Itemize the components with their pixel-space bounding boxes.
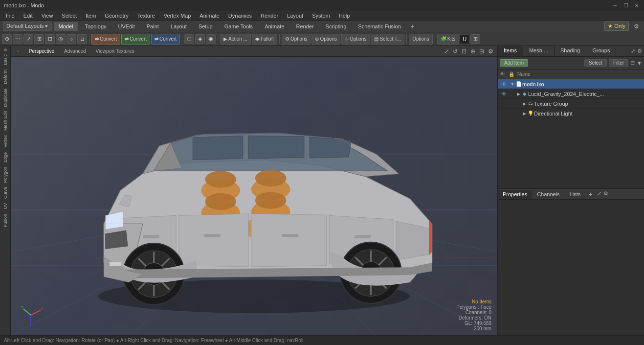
sidebar-item-deform[interactable]: Deform bbox=[2, 68, 9, 86]
options-button-3[interactable]: ⊹ Options bbox=[341, 34, 370, 45]
expand-light[interactable]: ▶ bbox=[521, 111, 527, 116]
sidebar-item-basic[interactable]: Basic bbox=[2, 52, 9, 67]
eye-icon-lucid[interactable]: 👁 bbox=[500, 90, 508, 98]
props-add-button[interactable]: + bbox=[585, 190, 595, 198]
add-layout-button[interactable]: + bbox=[408, 22, 418, 31]
tool-icon-7[interactable]: ○ bbox=[67, 34, 76, 44]
viewport-zoom-out[interactable]: ⊟ bbox=[478, 48, 485, 55]
sidebar-item-uv[interactable]: UV bbox=[2, 201, 9, 211]
maximize-panel-icon[interactable]: ⤢ bbox=[631, 48, 635, 54]
menu-texture[interactable]: Texture bbox=[133, 12, 159, 20]
tool-icon-10[interactable]: ◈ bbox=[195, 34, 205, 44]
grid-button[interactable]: ⊞ bbox=[470, 34, 480, 44]
tab-lists[interactable]: Lists bbox=[565, 190, 586, 199]
tab-shading[interactable]: Shading bbox=[555, 46, 586, 56]
tab-uvedit[interactable]: UVEdit bbox=[113, 22, 140, 31]
viewport-advanced[interactable]: Advanced bbox=[61, 47, 89, 55]
sidebar-item-fusion[interactable]: Fusion bbox=[2, 212, 9, 229]
sidebar-item-duplicate[interactable]: Duplicate bbox=[2, 87, 9, 109]
menu-select[interactable]: Select bbox=[58, 12, 81, 20]
menu-file[interactable]: File bbox=[2, 12, 19, 20]
tab-items[interactable]: Items bbox=[498, 46, 523, 56]
tree-row-directional-light[interactable]: · ▶ 💡 Directional Light bbox=[498, 109, 644, 118]
tool-icon-1[interactable]: ⊕ bbox=[2, 34, 12, 44]
panel-settings-icon[interactable]: ⚙ bbox=[637, 48, 642, 54]
props-maximize[interactable]: ⤢ bbox=[597, 190, 601, 198]
tab-scripting[interactable]: Scripting bbox=[321, 22, 352, 31]
tool-icon-9[interactable]: ⬡ bbox=[184, 34, 194, 44]
convert-button-1[interactable]: ⇄ Convert bbox=[91, 34, 120, 45]
convert-button-3[interactable]: ⇄ Convert bbox=[151, 34, 180, 45]
viewport-perspective[interactable]: Perspective bbox=[26, 47, 57, 55]
minimize-button[interactable]: ─ bbox=[612, 2, 619, 9]
filter-icon[interactable]: ▼ bbox=[637, 60, 642, 66]
menu-layout[interactable]: Layout bbox=[283, 12, 307, 20]
viewport-textures[interactable]: Viewport Textures bbox=[93, 47, 137, 55]
menu-geometry[interactable]: Geometry bbox=[101, 12, 132, 20]
props-settings[interactable]: ⚙ bbox=[603, 190, 608, 198]
sidebar-item-polygon[interactable]: Polygon bbox=[2, 165, 9, 185]
collapse-icon[interactable]: ⊟ bbox=[630, 60, 635, 66]
close-button[interactable]: ✕ bbox=[633, 2, 640, 9]
viewport-canvas[interactable]: No Items Polygons : Face Channels: 0 Def… bbox=[11, 57, 497, 335]
tool-icon-2[interactable]: ⋯ bbox=[13, 34, 22, 44]
expand-texture[interactable]: ▶ bbox=[521, 101, 527, 107]
add-item-button[interactable]: Add Item bbox=[500, 59, 528, 67]
options-right-button[interactable]: Options bbox=[409, 34, 432, 45]
sidebar-item-curve[interactable]: Curve bbox=[2, 185, 9, 201]
tab-layout[interactable]: Layout bbox=[166, 22, 192, 31]
tool-icon-6[interactable]: ◎ bbox=[56, 34, 66, 44]
menu-edit[interactable]: Edit bbox=[20, 12, 37, 20]
tab-setup[interactable]: Setup bbox=[194, 22, 218, 31]
viewport[interactable]: ● Perspective Advanced Viewport Textures… bbox=[11, 46, 497, 335]
eye-icon-modo-lxo[interactable]: 👁 bbox=[500, 80, 508, 88]
kits-button[interactable]: 🧩 Kits bbox=[437, 34, 459, 45]
tree-row-lucid-gravity[interactable]: 👁 ▶ ◆ Lucid_Gravity_2024_Electric_... bbox=[498, 89, 644, 99]
tab-topology[interactable]: Topology bbox=[80, 22, 111, 31]
menu-dynamics[interactable]: Dynamics bbox=[224, 12, 256, 20]
menu-system[interactable]: System bbox=[308, 12, 334, 20]
convert-button-2[interactable]: ⇄ Convert bbox=[121, 34, 150, 45]
tool-icon-11[interactable]: ◉ bbox=[206, 34, 216, 44]
tab-animate[interactable]: Animate bbox=[260, 22, 289, 31]
action-button[interactable]: ▶ Action ... bbox=[220, 34, 251, 45]
sidebar-item-edge[interactable]: Edge bbox=[2, 150, 9, 164]
menu-render[interactable]: Render bbox=[257, 12, 282, 20]
maximize-button[interactable]: ❐ bbox=[622, 2, 629, 9]
tool-icon-8[interactable]: ⊿ bbox=[77, 34, 87, 44]
tab-groups[interactable]: Groups bbox=[586, 46, 616, 56]
default-layouts-dropdown[interactable]: Default Layouts ▾ bbox=[3, 22, 52, 31]
expand-lucid[interactable]: ▶ bbox=[515, 91, 521, 97]
select-button[interactable]: Select bbox=[584, 59, 607, 67]
tab-render[interactable]: Render bbox=[291, 22, 318, 31]
menu-view[interactable]: View bbox=[38, 12, 57, 20]
filter-button[interactable]: Filter bbox=[609, 59, 628, 67]
select-button[interactable]: ▤ Select T... bbox=[371, 34, 404, 45]
tab-model[interactable]: Model bbox=[54, 22, 78, 31]
menu-animate[interactable]: Animate bbox=[196, 12, 223, 20]
menu-help[interactable]: Help bbox=[335, 12, 354, 20]
menu-item[interactable]: Item bbox=[82, 12, 100, 20]
viewport-frame[interactable]: ⊡ bbox=[461, 48, 467, 55]
options-button-1[interactable]: ⚙ Options bbox=[282, 34, 311, 45]
tab-schematic-fusion[interactable]: Schematic Fusion bbox=[353, 22, 405, 31]
expand-modo-lxo[interactable]: ▼ bbox=[510, 81, 515, 87]
only-button[interactable]: ★ Only bbox=[604, 22, 629, 31]
tool-icon-4[interactable]: ⊞ bbox=[34, 34, 44, 44]
tool-icon-3[interactable]: ↗ bbox=[23, 34, 33, 44]
tree-row-modo-lxo[interactable]: 👁 ▼ 📄 modo.lxo bbox=[498, 79, 644, 89]
viewport-zoom-in[interactable]: ⊕ bbox=[469, 48, 476, 55]
sidebar-item-vertex[interactable]: Vertex bbox=[2, 133, 9, 150]
tab-paint[interactable]: Paint bbox=[142, 22, 164, 31]
sidebar-item-mesh-edit[interactable]: Mesh Edit bbox=[2, 109, 9, 133]
gear-button[interactable]: ⚙ bbox=[632, 22, 641, 31]
falloff-button[interactable]: ⬬ Falloff bbox=[252, 34, 277, 45]
tab-mesh[interactable]: Mesh ... bbox=[523, 46, 555, 56]
tree-row-texture-group[interactable]: · ▶ 🗂 Texture Group bbox=[498, 99, 644, 109]
tool-icon-5[interactable]: ⊡ bbox=[45, 34, 55, 44]
tab-channels[interactable]: Channels bbox=[532, 190, 564, 199]
menu-vertex-map[interactable]: Vertex Map bbox=[160, 12, 195, 20]
viewport-maximize[interactable]: ⤢ bbox=[443, 48, 450, 55]
options-button-2[interactable]: ⊕ Options bbox=[311, 34, 340, 45]
viewport-rotate[interactable]: ↺ bbox=[452, 48, 459, 55]
